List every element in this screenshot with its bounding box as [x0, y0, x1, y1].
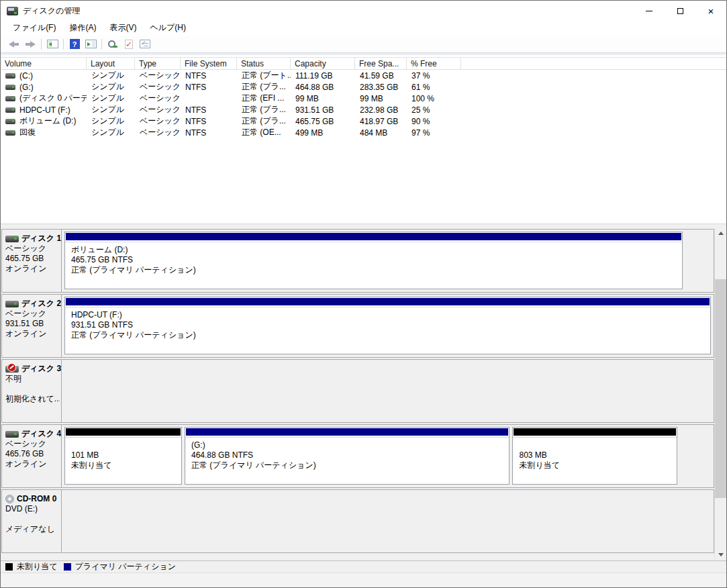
- cell-volume: HDPC-UT (F:): [1, 105, 87, 115]
- cell-text: 931.51 GB: [295, 105, 334, 115]
- cell-text: 正常 (プラ...: [242, 81, 286, 93]
- action-pane-icon: [85, 40, 97, 48]
- disk-row: ディスク 4ベーシック465.76 GBオンライン101 MB未割り当て(G:)…: [1, 424, 714, 488]
- disk-label[interactable]: CD-ROM 0DVD (E:)メディアなし: [2, 490, 62, 552]
- cell-pct_free: 97 %: [407, 128, 461, 138]
- partition-size: 464.88 GB NTFS: [191, 450, 506, 460]
- cell-file_system: NTFS: [181, 117, 237, 126]
- disk-label[interactable]: ディスク 1ベーシック465.75 GBオンライン: [2, 230, 62, 292]
- scrollbar-thumb[interactable]: [715, 279, 726, 498]
- cell-type: ベーシック: [135, 115, 181, 127]
- cell-text: 61 %: [411, 83, 430, 92]
- cell-text: 100 %: [411, 94, 434, 103]
- cell-volume: ボリューム (D:): [1, 115, 87, 127]
- vertical-scrollbar[interactable]: [714, 228, 726, 560]
- disk-row: CD-ROM 0DVD (E:)メディアなし: [1, 489, 714, 553]
- console-tree-button[interactable]: [44, 37, 60, 52]
- legend-label: 未割り当て: [17, 561, 58, 573]
- column-header-status[interactable]: Status: [237, 58, 291, 69]
- column-header-layout[interactable]: Layout: [87, 58, 135, 69]
- cell-text: NTFS: [185, 71, 206, 81]
- cell-text: シンプル: [91, 115, 124, 127]
- legend-item: 未割り当て: [5, 561, 58, 573]
- partition-unallocated[interactable]: 803 MB未割り当て: [512, 427, 677, 485]
- cell-capacity: 111.19 GB: [291, 71, 355, 81]
- action-pane-button[interactable]: [83, 37, 99, 52]
- partition-info: HDPC-UT (F:)931.51 GB NTFS正常 (プライマリ パーティ…: [65, 307, 710, 354]
- cell-status: 正常 (EFI ...: [237, 93, 291, 104]
- partition-primary[interactable]: ボリューム (D:)465.75 GB NTFS正常 (プライマリ パーティショ…: [64, 232, 683, 289]
- disk-icon: [5, 236, 19, 242]
- toolbar-separator: [101, 39, 102, 50]
- disk-label[interactable]: ディスク 4ベーシック465.76 GBオンライン: [2, 425, 62, 487]
- cell-text: HDPC-UT (F:): [19, 105, 70, 115]
- menu-item[interactable]: ファイル(F): [6, 20, 62, 36]
- scroll-up-button[interactable]: [715, 228, 726, 239]
- disk-name: ディスク 3: [5, 364, 60, 374]
- table-row[interactable]: HDPC-UT (F:)シンプルベーシックNTFS正常 (プラ...931.51…: [1, 104, 727, 115]
- disk-management-window: ディスクの管理 × ファイル(F)操作(A)表示(V)ヘルプ(H) Volume…: [0, 0, 727, 588]
- minimize-button[interactable]: [634, 1, 665, 21]
- cell-capacity: 99 MB: [291, 94, 355, 103]
- disk-name: ディスク 1: [5, 234, 60, 244]
- table-row[interactable]: 回復シンプルベーシックNTFS正常 (OE...499 MB484 MB97 %: [1, 127, 727, 138]
- cell-text: シンプル: [91, 104, 124, 115]
- cell-text: 正常 (プラ...: [242, 104, 286, 115]
- table-row[interactable]: ボリューム (D:)シンプルベーシックNTFS正常 (プラ...465.75 G…: [1, 115, 727, 127]
- checklist-icon: [140, 40, 150, 48]
- cell-volume: (G:): [1, 83, 87, 92]
- table-row[interactable]: (ディスク 0 パーティシ...シンプルベーシック正常 (EFI ...99 M…: [1, 93, 727, 104]
- cell-pct_free: 37 %: [407, 71, 461, 81]
- column-header-type[interactable]: Type: [135, 58, 181, 69]
- maximize-button[interactable]: [665, 1, 695, 21]
- disk-partition-area: ボリューム (D:)465.75 GB NTFS正常 (プライマリ パーティショ…: [62, 230, 714, 292]
- back-button[interactable]: [6, 37, 22, 52]
- menu-item[interactable]: ヘルプ(H): [143, 20, 193, 36]
- cell-status: 正常 (プラ...: [237, 115, 291, 127]
- close-button[interactable]: ×: [695, 1, 726, 21]
- cell-type: ベーシック: [135, 70, 181, 81]
- disk-partition-area: [62, 360, 714, 422]
- disk-label[interactable]: ディスク 3不明初期化されて...: [2, 360, 62, 422]
- volume-icon: [5, 85, 15, 90]
- cell-text: 499 MB: [295, 128, 323, 138]
- column-header-capacity[interactable]: Capacity: [291, 58, 355, 69]
- properties-button[interactable]: [105, 37, 121, 52]
- back-icon: [9, 41, 19, 48]
- menu-item[interactable]: 操作(A): [62, 20, 103, 36]
- scroll-down-button[interactable]: [715, 549, 726, 560]
- cell-text: シンプル: [91, 93, 124, 104]
- help-button[interactable]: [66, 37, 83, 52]
- cell-volume: 回復: [1, 127, 87, 138]
- partition-label: (G:): [191, 440, 506, 450]
- disk-info-line: ベーシック: [5, 309, 60, 319]
- disk-info-line: 不明: [5, 374, 60, 384]
- column-header-volume[interactable]: Volume: [1, 58, 87, 69]
- partition-primary[interactable]: (G:)464.88 GB NTFS正常 (プライマリ パーティション): [185, 427, 510, 485]
- cell-text: NTFS: [185, 105, 206, 115]
- partition-primary[interactable]: HDPC-UT (F:)931.51 GB NTFS正常 (プライマリ パーティ…: [64, 297, 711, 354]
- partition-unallocated[interactable]: 101 MB未割り当て: [64, 427, 182, 485]
- table-row[interactable]: (G:)シンプルベーシックNTFS正常 (プラ...464.88 GB283.3…: [1, 81, 727, 93]
- disk-label[interactable]: ディスク 2ベーシック931.51 GBオンライン: [2, 295, 62, 357]
- cell-layout: シンプル: [87, 70, 135, 81]
- partition-color-bar: [65, 428, 181, 437]
- table-row[interactable]: (C:)シンプルベーシックNTFS正常 (ブート...111.19 GB41.5…: [1, 70, 727, 81]
- cell-layout: シンプル: [87, 115, 135, 127]
- legend-label: プライマリ パーティション: [75, 561, 176, 573]
- column-header-file_system[interactable]: File System: [181, 58, 237, 69]
- menu-item[interactable]: 表示(V): [103, 20, 143, 36]
- cell-file_system: NTFS: [181, 128, 237, 138]
- disk-row: ディスク 3不明初期化されて...: [1, 359, 714, 423]
- disk-info-line: 931.51 GB: [5, 319, 60, 329]
- cell-text: シンプル: [91, 127, 124, 138]
- volume-icon: [5, 96, 15, 101]
- cell-file_system: NTFS: [181, 105, 237, 115]
- forward-button[interactable]: [22, 37, 38, 52]
- column-header-pct_free[interactable]: % Free: [407, 58, 461, 69]
- disk-info-line: メディアなし: [5, 524, 60, 534]
- column-header-free_space[interactable]: Free Spa...: [355, 58, 407, 69]
- check-button[interactable]: [121, 37, 137, 52]
- cell-status: 正常 (プラ...: [237, 104, 291, 115]
- checklist-button[interactable]: [137, 37, 153, 52]
